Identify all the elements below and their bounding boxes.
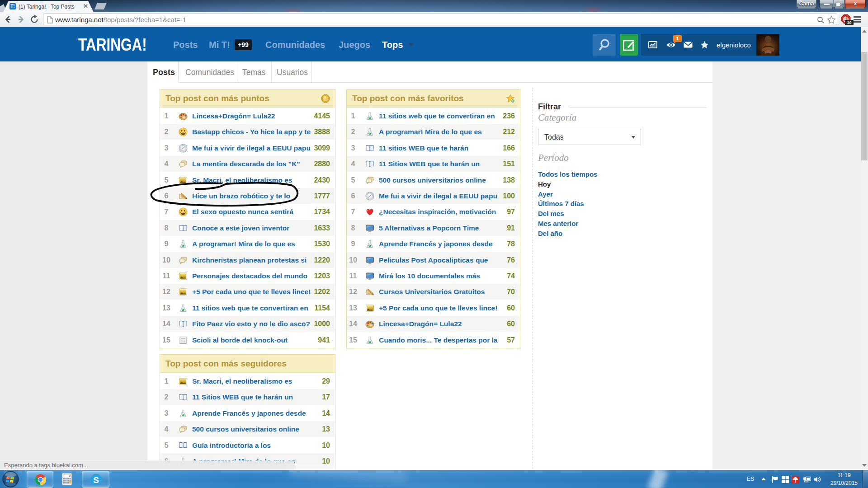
svg-text:S: S [93, 475, 99, 485]
